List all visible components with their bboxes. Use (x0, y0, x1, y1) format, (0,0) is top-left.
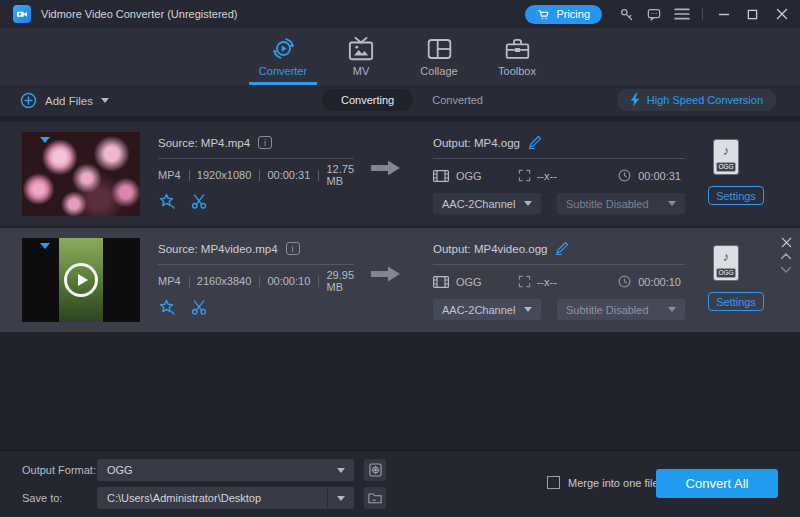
subtitle-select[interactable]: Subtitle Disabled (557, 299, 685, 320)
register-key-icon[interactable] (618, 6, 634, 22)
clock-icon (618, 169, 631, 182)
mv-icon (347, 35, 375, 62)
lightning-icon (630, 93, 640, 107)
rename-pencil-icon[interactable] (555, 242, 569, 255)
converting-tab[interactable]: Converting (322, 89, 413, 111)
output-resolution: --x-- (537, 170, 557, 182)
tab-collage-label: Collage (420, 65, 457, 77)
minimize-button[interactable] (716, 7, 731, 22)
save-to-select[interactable]: C:\Users\Administrator\Desktop (97, 487, 354, 509)
output-format-value: OGG (97, 464, 337, 476)
tab-toolbox[interactable]: Toolbox (478, 28, 556, 85)
convert-all-label: Convert All (686, 476, 749, 491)
remove-file-icon[interactable] (778, 235, 794, 249)
audio-format-select[interactable]: AAC-2Channel (433, 299, 541, 320)
rename-pencil-icon[interactable] (528, 136, 542, 149)
bottom-bar: Output Format: OGG Save to: C:\Users\Adm… (0, 450, 800, 517)
move-down-icon[interactable] (778, 263, 794, 277)
merge-option: Merge into one file (547, 476, 659, 489)
tab-converter[interactable]: Converter (244, 28, 322, 85)
output-profile-icon[interactable]: ♪ OGG (713, 139, 739, 175)
audio-format-value: AAC-2Channel (442, 198, 515, 210)
clock-icon (618, 275, 631, 288)
source-info-1: Source: MP4.mp4 i MP4 1920x1080 00:00:31… (158, 134, 354, 209)
add-plus-icon (20, 92, 37, 109)
high-speed-conversion-button[interactable]: High Speed Conversion (617, 89, 776, 111)
format-badge-label: OGG (716, 162, 736, 172)
chevron-down-icon (524, 201, 532, 206)
tab-mv-label: MV (353, 65, 370, 77)
output-format: OGG (456, 276, 482, 288)
film-icon (433, 276, 449, 288)
output-format-select[interactable]: OGG (97, 459, 354, 481)
converting-label: Converting (341, 94, 394, 106)
save-to-value: C:\Users\Administrator\Desktop (97, 492, 327, 504)
resolution-icon (518, 275, 531, 288)
output-format: OGG (456, 170, 482, 182)
output-resolution: --x-- (537, 276, 557, 288)
source-size: 12.75 MB (326, 163, 354, 187)
move-up-icon[interactable] (778, 249, 794, 263)
settings-label: Settings (716, 190, 756, 202)
edit-effects-icon[interactable] (158, 193, 175, 209)
maximize-button[interactable] (745, 7, 760, 22)
subtitle-value: Subtitle Disabled (566, 304, 649, 316)
source-format: MP4 (158, 275, 181, 287)
source-info-2: Source: MP4video.mp4 i MP4 2160x3840 00:… (158, 240, 354, 315)
audio-format-select[interactable]: AAC-2Channel (433, 193, 541, 214)
tab-mv[interactable]: MV (322, 28, 400, 85)
cart-icon (537, 8, 550, 21)
profile-dropdown-caret-icon[interactable] (40, 137, 50, 143)
pricing-label: Pricing (556, 8, 590, 20)
output-profile-icon[interactable]: ♪ OGG (713, 245, 739, 281)
chevron-down-icon (668, 307, 676, 312)
divider (433, 158, 685, 159)
window-title: Vidmore Video Converter (Unregistered) (41, 8, 237, 20)
output-duration: 00:00:31 (638, 170, 681, 182)
open-folder-button[interactable] (364, 487, 386, 509)
info-icon[interactable]: i (258, 136, 272, 149)
close-button[interactable] (774, 7, 789, 22)
edit-effects-icon[interactable] (158, 299, 175, 315)
collage-icon (426, 35, 453, 62)
pricing-button[interactable]: Pricing (525, 5, 602, 24)
feedback-icon[interactable] (646, 6, 662, 22)
cut-scissors-icon[interactable] (191, 300, 208, 315)
file-list: Source: MP4.mp4 i MP4 1920x1080 00:00:31… (0, 116, 800, 450)
tab-collage[interactable]: Collage (400, 28, 478, 85)
source-resolution: 1920x1080 (197, 169, 251, 181)
subtitle-value: Subtitle Disabled (566, 198, 649, 210)
film-icon (433, 170, 449, 182)
converter-icon (270, 35, 297, 62)
file-row-2[interactable]: Source: MP4video.mp4 i MP4 2160x3840 00:… (0, 228, 800, 332)
toolbox-icon (504, 35, 531, 62)
file-row-1[interactable]: Source: MP4.mp4 i MP4 1920x1080 00:00:31… (0, 122, 800, 226)
output-filename: Output: MP4.ogg (433, 137, 520, 149)
chevron-down-icon (524, 307, 532, 312)
cut-scissors-icon[interactable] (191, 194, 208, 209)
subtitle-select[interactable]: Subtitle Disabled (557, 193, 685, 214)
tab-converter-label: Converter (259, 65, 307, 77)
settings-button[interactable]: Settings (708, 292, 764, 311)
settings-button[interactable]: Settings (708, 186, 764, 205)
main-nav: Converter MV Collage (0, 28, 800, 85)
play-icon[interactable] (64, 263, 98, 297)
output-filename: Output: MP4video.ogg (433, 243, 547, 255)
add-files-label: Add Files (45, 95, 93, 107)
convert-all-button[interactable]: Convert All (656, 469, 778, 498)
merge-checkbox[interactable] (547, 476, 560, 489)
add-files-caret-icon[interactable] (101, 98, 109, 103)
format-settings-button[interactable] (364, 459, 386, 481)
video-thumbnail-1[interactable] (22, 132, 140, 216)
profile-dropdown-caret-icon[interactable] (40, 243, 50, 249)
chevron-down-icon (337, 496, 345, 501)
menu-icon[interactable] (674, 6, 690, 22)
file-toolbar: Add Files Converting Converted High Spee… (0, 85, 800, 116)
resolution-icon (518, 169, 531, 182)
video-thumbnail-2[interactable] (22, 238, 140, 322)
info-icon[interactable]: i (286, 242, 300, 255)
converted-tab[interactable]: Converted (432, 94, 483, 106)
music-note-icon: ♪ (723, 249, 730, 264)
add-files-button[interactable]: Add Files (20, 90, 109, 111)
app-window: Vidmore Video Converter (Unregistered) P… (0, 0, 800, 517)
